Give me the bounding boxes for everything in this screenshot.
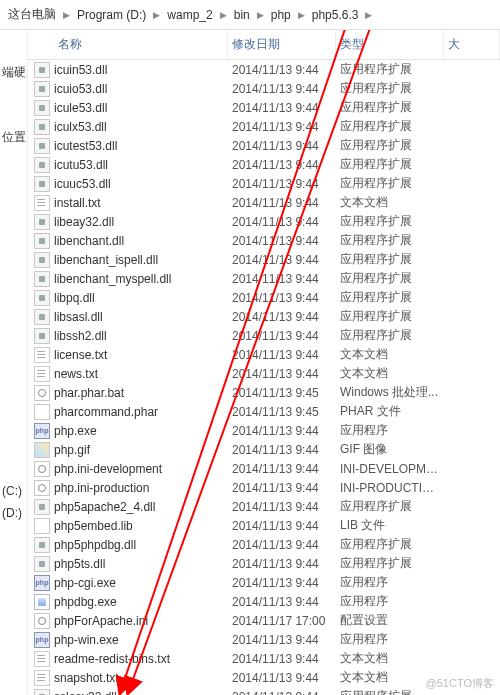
file-row[interactable]: php-win.exe2014/11/13 9:44应用程序 — [28, 630, 500, 649]
file-name: libenchant_ispell.dll — [54, 253, 158, 267]
dll-file-icon — [34, 290, 50, 306]
file-type: 应用程序 — [336, 422, 444, 439]
file-date: 2014/11/13 9:44 — [228, 671, 336, 685]
file-date: 2014/11/13 9:44 — [228, 576, 336, 590]
file-date: 2014/11/13 9:44 — [228, 519, 336, 533]
dll-file-icon — [34, 119, 50, 135]
breadcrumb-item[interactable]: php — [269, 6, 293, 24]
column-header-size[interactable]: 大 — [444, 30, 500, 59]
file-row[interactable]: php5ts.dll2014/11/13 9:44应用程序扩展 — [28, 554, 500, 573]
column-headers: 名称 修改日期 类型 大 — [28, 30, 500, 60]
file-row[interactable]: php.ini-development2014/11/13 9:44INI-DE… — [28, 459, 500, 478]
file-row[interactable]: phar.phar.bat2014/11/13 9:45Windows 批处理.… — [28, 383, 500, 402]
file-type: 应用程序扩展 — [336, 308, 444, 325]
file-row[interactable]: libeay32.dll2014/11/13 9:44应用程序扩展 — [28, 212, 500, 231]
file-row[interactable]: news.txt2014/11/13 9:44文本文档 — [28, 364, 500, 383]
file-date: 2014/11/13 9:44 — [228, 424, 336, 438]
file-row[interactable]: libenchant.dll2014/11/13 9:44应用程序扩展 — [28, 231, 500, 250]
sidebar-item[interactable]: (D:) — [0, 502, 27, 524]
file-name: icule53.dll — [54, 101, 107, 115]
file-row[interactable]: phpdbg.exe2014/11/13 9:44应用程序 — [28, 592, 500, 611]
file-type: 文本文档 — [336, 365, 444, 382]
file-row[interactable]: php.exe2014/11/13 9:44应用程序 — [28, 421, 500, 440]
file-date: 2014/11/13 9:44 — [228, 310, 336, 324]
file-date: 2014/11/13 9:45 — [228, 405, 336, 419]
file-row[interactable]: install.txt2014/11/13 9:44文本文档 — [28, 193, 500, 212]
txt-file-icon — [34, 366, 50, 382]
file-row[interactable]: phpForApache.ini2014/11/17 17:00配置设置 — [28, 611, 500, 630]
file-row[interactable]: icuio53.dll2014/11/13 9:44应用程序扩展 — [28, 79, 500, 98]
file-type: 应用程序扩展 — [336, 175, 444, 192]
file-row[interactable]: icutest53.dll2014/11/13 9:44应用程序扩展 — [28, 136, 500, 155]
file-name: libsasl.dll — [54, 310, 103, 324]
navigation-sidebar[interactable]: 端硬盘 位置 (C:) (D:) — [0, 30, 28, 695]
file-type: 应用程序扩展 — [336, 536, 444, 553]
file-row[interactable]: license.txt2014/11/13 9:44文本文档 — [28, 345, 500, 364]
file-row[interactable]: libenchant_myspell.dll2014/11/13 9:44应用程… — [28, 269, 500, 288]
file-row[interactable]: readme-redist-bins.txt2014/11/13 9:44文本文… — [28, 649, 500, 668]
php-file-icon — [34, 575, 50, 591]
file-date: 2014/11/13 9:44 — [228, 253, 336, 267]
chevron-right-icon: ▶ — [60, 10, 73, 20]
file-name: phpdbg.exe — [54, 595, 117, 609]
dll-file-icon — [34, 537, 50, 553]
file-row[interactable]: libpq.dll2014/11/13 9:44应用程序扩展 — [28, 288, 500, 307]
breadcrumb-item[interactable]: Program (D:) — [75, 6, 148, 24]
column-header-type[interactable]: 类型 — [336, 30, 444, 59]
exe-file-icon — [34, 594, 50, 610]
chevron-right-icon: ▶ — [254, 10, 267, 20]
sidebar-item[interactable]: (C:) — [0, 480, 27, 502]
file-row[interactable]: icuin53.dll2014/11/13 9:44应用程序扩展 — [28, 60, 500, 79]
file-type: 配置设置 — [336, 612, 444, 629]
file-name: pharcommand.phar — [54, 405, 158, 419]
file-row[interactable]: php.ini-production2014/11/13 9:44INI-PRO… — [28, 478, 500, 497]
file-row[interactable]: php.gif2014/11/13 9:44GIF 图像 — [28, 440, 500, 459]
file-type: 应用程序扩展 — [336, 498, 444, 515]
file-row[interactable]: pharcommand.phar2014/11/13 9:45PHAR 文件 — [28, 402, 500, 421]
txt-file-icon — [34, 651, 50, 667]
file-row[interactable]: php5phpdbg.dll2014/11/13 9:44应用程序扩展 — [28, 535, 500, 554]
file-name: libeay32.dll — [54, 215, 114, 229]
file-type: 应用程序扩展 — [336, 327, 444, 344]
file-row[interactable]: libsasl.dll2014/11/13 9:44应用程序扩展 — [28, 307, 500, 326]
file-name: ssleay32.dll — [54, 690, 117, 696]
file-type: INI-PRODUCTIO... — [336, 481, 444, 495]
file-type: 应用程序 — [336, 593, 444, 610]
file-row[interactable]: php5embed.lib2014/11/13 9:44LIB 文件 — [28, 516, 500, 535]
file-type: 应用程序扩展 — [336, 118, 444, 135]
file-row[interactable]: icule53.dll2014/11/13 9:44应用程序扩展 — [28, 98, 500, 117]
file-name: snapshot.txt — [54, 671, 119, 685]
file-date: 2014/11/13 9:44 — [228, 652, 336, 666]
breadcrumb-item[interactable]: php5.6.3 — [310, 6, 361, 24]
phar-file-icon — [34, 404, 50, 420]
file-row[interactable]: libssh2.dll2014/11/13 9:44应用程序扩展 — [28, 326, 500, 345]
file-row[interactable]: php5apache2_4.dll2014/11/13 9:44应用程序扩展 — [28, 497, 500, 516]
breadcrumb[interactable]: 这台电脑 ▶ Program (D:) ▶ wamp_2 ▶ bin ▶ php… — [0, 0, 500, 30]
file-date: 2014/11/13 9:44 — [228, 82, 336, 96]
sidebar-item[interactable]: 端硬盘 — [0, 60, 27, 85]
column-header-date[interactable]: 修改日期 — [228, 30, 336, 59]
breadcrumb-item[interactable]: bin — [232, 6, 252, 24]
file-type: 应用程序扩展 — [336, 99, 444, 116]
breadcrumb-item[interactable]: wamp_2 — [165, 6, 214, 24]
file-date: 2014/11/13 9:44 — [228, 481, 336, 495]
file-row[interactable]: icuuc53.dll2014/11/13 9:44应用程序扩展 — [28, 174, 500, 193]
dll-file-icon — [34, 271, 50, 287]
column-header-name[interactable]: 名称 — [28, 30, 228, 59]
file-date: 2014/11/13 9:44 — [228, 443, 336, 457]
breadcrumb-item[interactable]: 这台电脑 — [6, 4, 58, 25]
file-name: php.ini-development — [54, 462, 162, 476]
file-list[interactable]: icuin53.dll2014/11/13 9:44应用程序扩展icuio53.… — [28, 60, 500, 695]
file-row[interactable]: iculx53.dll2014/11/13 9:44应用程序扩展 — [28, 117, 500, 136]
file-type: 文本文档 — [336, 346, 444, 363]
lib-file-icon — [34, 518, 50, 534]
file-row[interactable]: php-cgi.exe2014/11/13 9:44应用程序 — [28, 573, 500, 592]
file-date: 2014/11/13 9:44 — [228, 500, 336, 514]
file-row[interactable]: libenchant_ispell.dll2014/11/13 9:44应用程序… — [28, 250, 500, 269]
file-name: php5phpdbg.dll — [54, 538, 136, 552]
file-row[interactable]: icutu53.dll2014/11/13 9:44应用程序扩展 — [28, 155, 500, 174]
file-name: install.txt — [54, 196, 101, 210]
sidebar-item[interactable]: 位置 — [0, 125, 27, 150]
ini-file-icon — [34, 480, 50, 496]
chevron-right-icon: ▶ — [362, 10, 375, 20]
